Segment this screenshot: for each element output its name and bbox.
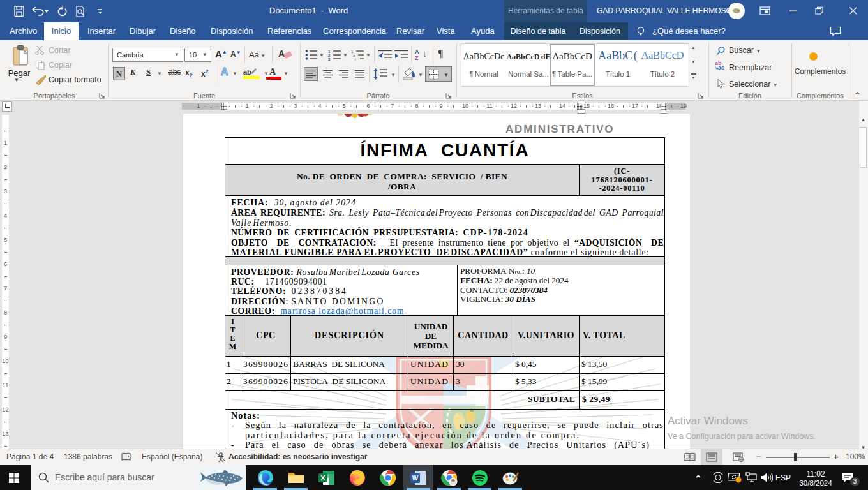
svg-text:W: W bbox=[412, 475, 419, 482]
svg-text:X: X bbox=[320, 474, 326, 482]
svg-text:i: i bbox=[355, 57, 355, 61]
svg-text:3: 3 bbox=[328, 57, 331, 61]
